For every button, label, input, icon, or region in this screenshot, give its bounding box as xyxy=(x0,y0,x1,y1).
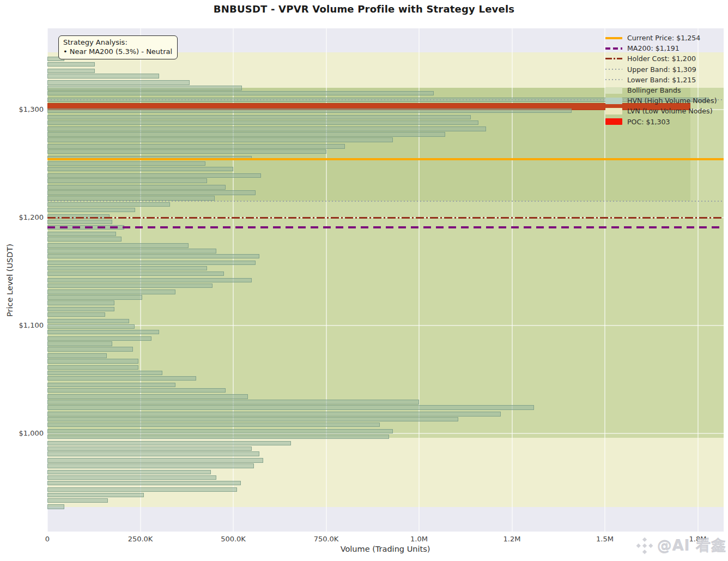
plot-area: Strategy Analysis: • Near MA200 (5.3%) -… xyxy=(47,28,724,532)
strategy-analysis-box: Strategy Analysis: • Near MA200 (5.3%) -… xyxy=(58,35,178,59)
volume-bar xyxy=(47,295,142,299)
x-tick-label: 1.0M xyxy=(397,535,441,543)
lower-band-line xyxy=(47,201,724,202)
legend-label: Lower Band: $1,215 xyxy=(627,76,696,84)
volume-bar xyxy=(47,126,486,131)
volume-bar xyxy=(47,137,393,142)
volume-bar xyxy=(47,388,226,393)
volume-bar xyxy=(47,149,326,154)
legend-item: Holder Cost: $1,200 xyxy=(605,53,717,64)
volume-bar xyxy=(47,86,242,90)
volume-bar xyxy=(47,336,151,341)
volume-bar xyxy=(47,144,345,148)
legend-swatch xyxy=(605,37,622,39)
volume-bar xyxy=(47,475,216,480)
x-axis-label: Volume (Trading Units) xyxy=(254,545,516,553)
volume-bar xyxy=(47,232,116,236)
legend-label: Bollinger Bands xyxy=(627,86,681,94)
x-tick-label: 1.5M xyxy=(583,535,627,543)
x-tick-label: 250.0K xyxy=(119,535,162,543)
volume-bar xyxy=(47,312,105,317)
holder-cost-line xyxy=(47,217,724,219)
volume-bar xyxy=(47,365,138,370)
y-tick-label: $1,100 xyxy=(10,321,44,329)
volume-bar xyxy=(47,178,207,183)
volume-bar xyxy=(47,412,501,416)
volume-bar xyxy=(47,359,138,363)
legend-label: Holder Cost: $1,200 xyxy=(627,55,696,63)
legend: Current Price: $1,254MA200: $1,191Holder… xyxy=(605,33,717,127)
volume-bar xyxy=(47,451,259,456)
legend-item: HVN (High Volume Nodes) xyxy=(605,95,717,106)
volume-bar xyxy=(47,405,534,409)
x-tick-label: 500.0K xyxy=(211,535,255,543)
volume-bar xyxy=(47,429,393,433)
volume-bar xyxy=(47,272,224,276)
volume-bar xyxy=(47,435,389,439)
legend-swatch xyxy=(605,79,622,80)
binance-diamond-icon xyxy=(635,536,654,556)
volume-bar xyxy=(47,108,572,113)
volume-bar xyxy=(47,161,205,166)
volume-bar xyxy=(47,447,252,451)
volume-bar xyxy=(47,167,233,171)
ma200-line xyxy=(47,226,724,228)
volume-bar xyxy=(47,300,114,305)
watermark: @AI 看鑫 xyxy=(635,536,726,556)
volume-bar xyxy=(47,243,189,248)
legend-item: Current Price: $1,254 xyxy=(605,33,717,43)
volume-bar xyxy=(47,254,259,258)
volume-bar xyxy=(47,394,248,399)
y-axis-label: Price Level (USDT) xyxy=(5,155,14,406)
x-tick-label: 1.2M xyxy=(490,535,534,543)
legend-swatch xyxy=(605,69,622,70)
volume-bar xyxy=(47,69,95,73)
gridline xyxy=(47,325,724,326)
volume-bar xyxy=(47,330,159,334)
volume-bar xyxy=(47,353,107,358)
strategy-analysis-title: Strategy Analysis: xyxy=(63,38,172,47)
volume-bar xyxy=(47,173,261,178)
legend-item: Upper Band: $1,309 xyxy=(605,64,717,75)
volume-bar xyxy=(47,463,254,468)
watermark-text: @AI 看鑫 xyxy=(657,536,726,556)
volume-bar xyxy=(47,220,112,224)
volume-bar xyxy=(47,132,445,136)
volume-bar xyxy=(47,283,213,288)
volume-bar xyxy=(47,266,207,270)
chart-title: BNBUSDT - VPVR Volume Profile with Strat… xyxy=(0,3,728,15)
volume-bar xyxy=(47,417,458,421)
legend-item: LVN (Low Volume Nodes) xyxy=(605,106,717,116)
current-price-line xyxy=(47,158,724,160)
strategy-analysis-text: • Near MA200 (5.3%) - Neutral xyxy=(63,47,172,56)
volume-bar xyxy=(47,185,226,189)
volume-bar xyxy=(47,324,135,329)
volume-bar xyxy=(47,202,170,207)
volume-bar xyxy=(47,74,159,78)
y-tick-label: $1,200 xyxy=(10,213,44,221)
legend-label: POC: $1,303 xyxy=(627,118,670,126)
volume-bar xyxy=(47,62,95,67)
volume-bar xyxy=(47,504,64,509)
volume-bar xyxy=(47,347,133,351)
x-tick-label: 0 xyxy=(26,535,69,543)
volume-bar xyxy=(47,441,291,445)
legend-label: LVN (Low Volume Nodes) xyxy=(627,107,713,115)
x-tick-label: 750.0K xyxy=(305,535,348,543)
volume-bar xyxy=(47,319,129,323)
volume-bar xyxy=(47,498,108,503)
volume-bar xyxy=(47,115,471,119)
volume-bar xyxy=(47,383,175,387)
y-tick-label: $1,300 xyxy=(10,105,44,113)
volume-bar xyxy=(47,249,216,253)
legend-swatch xyxy=(605,108,622,114)
volume-bar xyxy=(47,278,252,282)
figure: BNBUSDT - VPVR Volume Profile with Strat… xyxy=(0,0,728,561)
legend-item: POC: $1,303 xyxy=(605,117,717,127)
volume-bar xyxy=(47,289,175,294)
legend-label: HVN (High Volume Nodes) xyxy=(627,96,717,105)
volume-bar xyxy=(47,80,190,85)
volume-bar xyxy=(47,208,135,212)
legend-item: Lower Band: $1,215 xyxy=(605,75,717,85)
volume-bar xyxy=(47,196,215,200)
